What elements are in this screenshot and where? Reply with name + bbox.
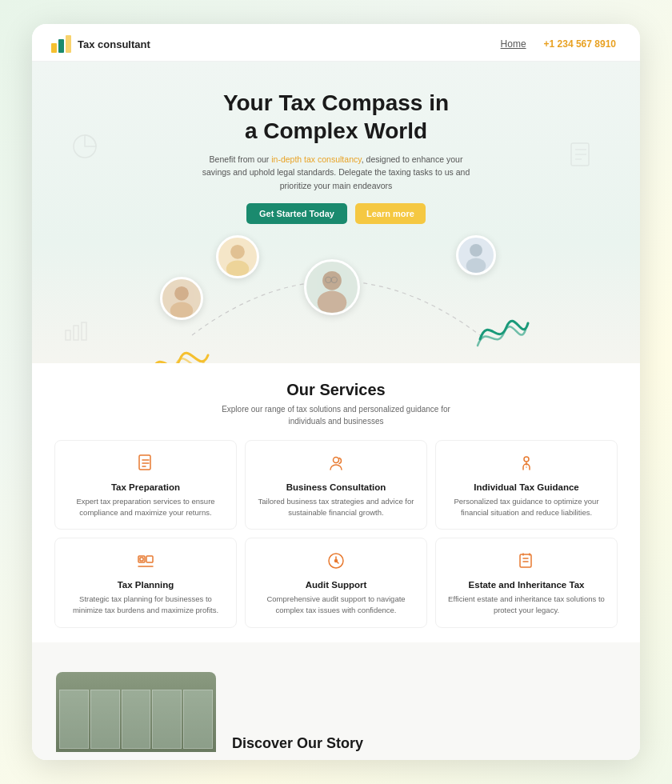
avatar-4: [456, 235, 496, 275]
hero-title: Your Tax Compass in a Complex World: [56, 89, 616, 145]
logo-text: Tax consultant: [78, 38, 150, 50]
business-consultation-icon: [255, 454, 417, 477]
service-name-tax-preparation: Tax Preparation: [65, 482, 226, 492]
svg-point-19: [470, 244, 482, 257]
service-card-business-consultation: Business Consultation Tailored business …: [245, 440, 427, 530]
service-name-estate-tax: Estate and Inheritance Tax: [446, 580, 607, 590]
service-name-audit-support: Audit Support: [255, 580, 417, 590]
main-container: Tax consultant Home +1 234 567 8910 Your…: [32, 24, 640, 760]
window-pane-5: [183, 690, 213, 749]
get-started-button[interactable]: Get Started Today: [246, 203, 347, 224]
service-card-individual-tax: Individual Tax Guidance Personalized tax…: [435, 440, 618, 530]
service-desc-audit-support: Comprehensive audit support to navigate …: [255, 594, 417, 616]
service-name-business-consultation: Business Consultation: [255, 482, 417, 492]
phone-number: +1 234 567 8910: [544, 38, 616, 50]
svg-point-14: [170, 302, 193, 318]
svg-point-26: [524, 457, 529, 462]
svg-rect-2: [66, 35, 71, 53]
service-card-tax-planning: Tax Planning Strategic tax planning for …: [54, 538, 237, 628]
svg-point-16: [318, 290, 347, 314]
discover-image: [56, 672, 216, 752]
service-card-estate-tax: Estate and Inheritance Tax Efficient est…: [435, 538, 618, 628]
svg-point-11: [230, 245, 245, 259]
svg-point-20: [466, 258, 486, 273]
discover-section: Discover Our Story: [32, 642, 640, 760]
svg-rect-27: [138, 556, 145, 562]
services-section: Our Services Explore our range of tax so…: [32, 363, 640, 642]
service-desc-business-consultation: Tailored business tax strategies and adv…: [255, 496, 417, 518]
learn-more-button[interactable]: Learn more: [355, 203, 426, 224]
home-link[interactable]: Home: [501, 38, 526, 50]
svg-rect-1: [58, 39, 64, 53]
navbar: Tax consultant Home +1 234 567 8910: [32, 24, 640, 62]
svg-rect-0: [51, 43, 57, 53]
svg-rect-30: [140, 558, 143, 561]
svg-rect-32: [520, 554, 531, 567]
svg-point-12: [226, 260, 249, 277]
service-name-individual-tax: Individual Tax Guidance: [446, 482, 607, 492]
window-pane-2: [90, 690, 120, 749]
window-pane-4: [152, 690, 182, 749]
audit-support-icon: [255, 551, 417, 574]
window-pane-3: [122, 690, 151, 749]
service-card-audit-support: Audit Support Comprehensive audit suppor…: [245, 538, 427, 628]
svg-rect-21: [139, 455, 150, 470]
tax-planning-icon: [65, 551, 226, 574]
service-card-tax-preparation: Tax Preparation Expert tax preparation s…: [54, 440, 237, 530]
estate-tax-icon: [446, 551, 607, 574]
discover-title: Discover Our Story: [232, 735, 616, 752]
avatar-2: [160, 277, 203, 320]
avatar-3: [304, 259, 360, 315]
services-grid: Tax Preparation Expert tax preparation s…: [54, 440, 618, 628]
hero-section: Your Tax Compass in a Complex World Bene…: [32, 62, 640, 363]
logo-icon: [51, 35, 72, 53]
svg-point-13: [174, 286, 189, 301]
pie-chart-deco-icon: [72, 134, 98, 165]
svg-point-31: [335, 560, 338, 562]
logo-area: Tax consultant: [51, 35, 150, 53]
individual-tax-icon: [446, 454, 607, 477]
svg-rect-28: [146, 556, 153, 562]
hero-avatars: [56, 235, 616, 339]
service-name-tax-planning: Tax Planning: [65, 580, 226, 590]
window-pane-1: [59, 690, 89, 749]
avatar-1: [216, 235, 259, 278]
service-desc-tax-preparation: Expert tax preparation services to ensur…: [65, 496, 226, 518]
services-title: Our Services: [54, 381, 618, 399]
nav-links: Home +1 234 567 8910: [501, 38, 616, 50]
service-desc-individual-tax: Personalized tax guidance to optimize yo…: [446, 496, 607, 518]
svg-point-25: [334, 457, 339, 462]
hero-subtitle: Benefit from our in-depth tax consultanc…: [200, 153, 472, 192]
discover-text: Discover Our Story: [232, 735, 616, 752]
service-desc-tax-planning: Strategic tax planning for businesses to…: [65, 594, 226, 616]
service-desc-estate-tax: Efficient estate and inheritance tax sol…: [446, 594, 607, 616]
squiggle-left-icon: [144, 339, 216, 363]
hero-buttons: Get Started Today Learn more: [56, 203, 616, 224]
tax-preparation-icon: [65, 454, 226, 477]
document-deco-icon: [570, 142, 592, 173]
services-subtitle: Explore our range of tax solutions and p…: [208, 403, 464, 427]
